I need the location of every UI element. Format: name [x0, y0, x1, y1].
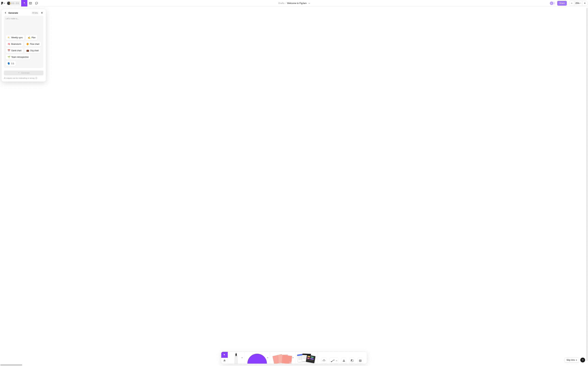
timer-avatar-icon: [7, 1, 10, 5]
zoom-controls: 25%: [569, 1, 587, 6]
topbar-right: L Share 25%: [549, 1, 587, 6]
hand-tool[interactable]: [221, 358, 228, 364]
chevron-left-icon: [4, 12, 7, 14]
zoom-out-button[interactable]: [569, 1, 574, 6]
text-tool[interactable]: [321, 358, 327, 364]
select-tool-group: [221, 352, 228, 364]
svg-point-7: [36, 77, 36, 78]
generate-submit-button[interactable]: Generate: [4, 71, 43, 75]
ai-beta-badge: AI beta: [31, 12, 39, 14]
back-button[interactable]: [4, 11, 7, 14]
figma-icon: [1, 2, 3, 5]
file-name[interactable]: Welcome to FigJam: [287, 2, 307, 4]
chip-weekly-sync[interactable]: ⛅Weekly sync: [6, 35, 25, 40]
stamp-icon: [342, 359, 345, 362]
sticky-options-button[interactable]: [292, 357, 294, 359]
chip-label: Gantt chart: [11, 49, 21, 52]
chip-team-retrospective[interactable]: 🌱Team retrospective: [6, 54, 31, 60]
cursor-icon: [223, 353, 226, 356]
info-icon[interactable]: [35, 77, 37, 79]
chevron-down-icon: [4, 2, 6, 5]
svg-rect-15: [351, 360, 352, 360]
horizontal-scrollbar[interactable]: [0, 364, 22, 366]
templates-tool[interactable]: [296, 352, 317, 364]
star-icon: [9, 2, 11, 4]
zoom-in-button[interactable]: [582, 1, 587, 6]
diamond-icon: 🔶: [26, 43, 29, 45]
file-menu-button[interactable]: [308, 2, 311, 4]
chip-label: Plan: [31, 36, 36, 39]
toolbar-right-group: [318, 352, 367, 364]
main-menu-button[interactable]: [1, 1, 6, 6]
marker-options-button[interactable]: [241, 357, 243, 359]
sticky-stack-icon: [273, 353, 292, 364]
avatar: L: [550, 1, 553, 5]
generate-submit-label: Generate: [21, 72, 30, 74]
chip-one-on-one[interactable]: 🗣️1:1: [6, 61, 16, 66]
svg-rect-0: [29, 2, 31, 4]
breadcrumb-separator: /: [285, 2, 286, 4]
chip-label: Brainstorm: [11, 43, 21, 45]
svg-rect-9: [235, 356, 237, 357]
chevron-up-icon: [336, 360, 337, 362]
chevron-up-icon: [292, 357, 294, 359]
chevron-up-icon: [267, 357, 268, 359]
chip-label: Weekly sync: [11, 36, 23, 39]
svg-rect-8: [36, 78, 36, 79]
generate-disclaimer: AI outputs can be misleading or wrong: [4, 77, 43, 79]
table-icon: [359, 359, 362, 362]
seedling-icon: 🌱: [8, 56, 10, 58]
breadcrumb-drafts[interactable]: Drafts: [278, 2, 284, 4]
sparkle-icon: [23, 1, 26, 5]
minus-icon: [571, 2, 572, 4]
brain-icon: 🧠: [8, 43, 10, 45]
share-button[interactable]: Share: [557, 1, 567, 6]
connector-tool[interactable]: [329, 358, 339, 364]
skip-intro-button[interactable]: Skip intro: [564, 358, 579, 362]
topbar-left: 06:00: [1, 0, 40, 7]
comment-tool[interactable]: [33, 0, 40, 7]
chip-org-chart[interactable]: 💼Org chart: [24, 48, 40, 53]
close-icon: [41, 12, 43, 14]
chip-label: Flow chart: [30, 43, 39, 45]
calendar-icon: 📅: [8, 49, 10, 52]
section-icon: [29, 1, 32, 5]
chip-plan[interactable]: ✍️Plan: [26, 35, 38, 40]
suggestion-chips: ⛅Weekly sync ✍️Plan 🧠Brainstorm 🔶Flow ch…: [6, 35, 42, 66]
chevron-down-icon: [580, 3, 581, 4]
generate-prompt-input[interactable]: [6, 17, 42, 32]
section-tool[interactable]: [27, 0, 33, 7]
text-icon: [322, 359, 326, 362]
close-button[interactable]: [40, 11, 43, 14]
templates-stack-icon: [298, 354, 315, 364]
speaking-icon: 🗣️: [8, 62, 10, 65]
chip-label: 1:1: [11, 62, 14, 65]
chip-gantt-chart[interactable]: 📅Gantt chart: [6, 48, 23, 53]
sparkle-icon: [18, 72, 20, 74]
shape-options-button[interactable]: [267, 357, 269, 359]
hand-icon: [223, 359, 226, 362]
timer-pill[interactable]: 06:00: [7, 1, 20, 6]
ai-generate-tool[interactable]: [21, 0, 27, 7]
weather-icon: ⛅: [8, 36, 10, 39]
sticky-note-tool[interactable]: [270, 352, 295, 364]
widgets-tool[interactable]: [349, 358, 355, 364]
generate-panel: Generate AI beta ⛅Weekly sync ✍️Plan 🧠Br…: [1, 9, 46, 82]
marker-tool[interactable]: [228, 352, 244, 364]
table-tool[interactable]: [357, 358, 363, 364]
help-button[interactable]: ?: [580, 358, 585, 362]
chip-flow-chart[interactable]: 🔶Flow chart: [24, 41, 41, 47]
shape-tool[interactable]: [244, 352, 270, 364]
canvas[interactable]: [0, 7, 588, 366]
user-avatar-chip[interactable]: L: [549, 1, 556, 5]
chevron-right-icon: [576, 359, 577, 361]
stamp-tool[interactable]: [341, 358, 347, 364]
chip-brainstorm[interactable]: 🧠Brainstorm: [6, 41, 23, 47]
zoom-level-button[interactable]: 25%: [574, 1, 582, 6]
generate-panel-title: Generate: [8, 12, 30, 14]
generate-panel-header: Generate AI beta: [4, 11, 43, 14]
move-tool[interactable]: [221, 352, 228, 358]
topbar-center: Drafts / Welcome to FigJam: [40, 2, 549, 4]
help-label: ?: [582, 359, 583, 362]
vertical-scrollbar[interactable]: [586, 7, 588, 362]
